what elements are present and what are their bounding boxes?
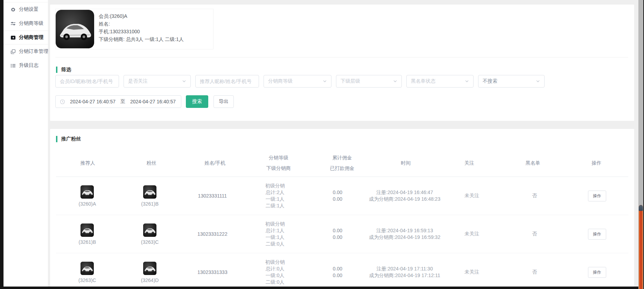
copy-icon — [10, 49, 16, 54]
blacklist-status: 否 — [532, 231, 537, 237]
row-action-button[interactable]: 操作 — [588, 191, 606, 201]
action-cell: 操作 — [566, 253, 628, 287]
level-name: 初级分销 — [265, 183, 285, 189]
gear-icon — [10, 7, 16, 12]
car-avatar — [143, 223, 156, 237]
car-avatar — [80, 223, 94, 237]
follow-cell: 未关注 — [441, 215, 503, 253]
level-total: 总计:1人 — [266, 227, 285, 234]
row-action-button[interactable]: 操作 — [588, 267, 606, 278]
member-avatar — [56, 9, 94, 49]
member-phone: 手机:13023331000 — [99, 28, 184, 35]
follow-status-placeholder: 是否关注 — [128, 78, 148, 84]
table-row: (3263)C (3264)D 13023331333 初级分销 总计:0人 一… — [56, 253, 628, 287]
col-time: 时间 — [374, 149, 438, 177]
section-accent-bar — [56, 67, 57, 73]
scrollbar-thumb[interactable] — [639, 205, 643, 289]
search-button[interactable]: 搜索 — [186, 95, 208, 108]
chevron-down-icon — [536, 79, 540, 83]
member-info: 会员:(3260)A 姓名: 手机:13023331000 下级分销商: 总共3… — [94, 9, 184, 49]
sidebar-item-label: 分销商管理 — [19, 34, 43, 41]
follow-cell: 未关注 — [441, 177, 503, 215]
commission-cell: 0.00 0.00 — [306, 215, 369, 253]
sublevel-select[interactable]: 下级层级 — [336, 75, 402, 88]
referrer-keyword-input[interactable] — [200, 78, 254, 84]
time-text: 注册:2024-04-19 16:59:13 成为分销商:2024-04-19 … — [369, 227, 441, 241]
car-avatar — [80, 185, 94, 199]
share-icon — [10, 35, 16, 40]
col-commission: 累计佣金 已打款佣金 — [310, 149, 374, 177]
action-cell: 操作 — [566, 215, 628, 253]
referrer-id: (3263)C — [78, 277, 96, 283]
chevron-down-icon — [393, 79, 397, 83]
follow-status: 未关注 — [464, 231, 479, 237]
car-avatar-icon — [80, 262, 94, 275]
phone-value: 13023331111 — [198, 193, 227, 199]
level-total: 总计:2人 — [266, 189, 285, 196]
fan-id: (3264)D — [141, 277, 159, 283]
referrer-cell: (3260)A — [56, 177, 119, 215]
col-level-line1: 分销等级 — [269, 152, 288, 163]
search-mode-select[interactable]: 不搜索 — [478, 75, 545, 88]
fan-cell: (3261)B — [119, 177, 181, 215]
export-button[interactable]: 导出 — [214, 95, 234, 108]
member-id: 会员:(3260)A — [99, 12, 184, 20]
commission-paid: 0.00 — [333, 196, 342, 202]
car-avatar-icon — [143, 185, 156, 199]
col-follow: 关注 — [438, 149, 501, 177]
commission-total: 0.00 — [333, 189, 342, 196]
car-avatar-icon — [80, 223, 94, 237]
phone-cell: 13023331333 — [181, 253, 244, 287]
follow-status: 未关注 — [464, 193, 479, 199]
sidebar-item-distribution-orders[interactable]: 分销订单管理 — [4, 44, 48, 59]
level-cell: 初级分销 总计:0人 一级:0人 二级:0人 — [244, 253, 306, 287]
car-avatar — [143, 262, 156, 275]
time-text: 注册:2024-04-19 16:46:47 成为分销商:2024-04-19 … — [369, 189, 441, 202]
col-level-line2: 下级分销商 — [266, 163, 291, 173]
sidebar-item-distributor-management[interactable]: 分销商管理 — [4, 30, 48, 44]
sublevel-placeholder: 下级层级 — [341, 78, 360, 84]
become-time: 成为分销商:2024-04-19 16:48:23 — [369, 196, 440, 202]
register-time: 注册:2024-04-19 17:11:30 — [377, 266, 433, 271]
fan-cell: (3264)D — [119, 253, 181, 287]
car-avatar — [80, 262, 94, 275]
phone-value: 13023331333 — [197, 269, 227, 275]
distributor-level-select[interactable]: 分销商等级 — [264, 75, 331, 88]
member-name: 姓名: — [99, 20, 184, 28]
time-cell: 注册:2024-04-19 16:46:47 成为分销商:2024-04-19 … — [369, 177, 441, 215]
member-keyword-input[interactable] — [60, 78, 114, 84]
become-time: 成为分销商:2024-04-19 16:59:32 — [369, 234, 440, 240]
commission-paid: 0.00 — [333, 234, 342, 241]
level-l1: 一级:1人 — [266, 234, 285, 241]
sidebar-item-label: 分销订单管理 — [19, 48, 48, 55]
row-action-button[interactable]: 操作 — [588, 229, 606, 240]
commission-total: 0.00 — [333, 227, 342, 234]
date-range-picker[interactable]: 2024-04-27 16:40:57 至 2024-04-27 16:40:5… — [55, 95, 181, 108]
fan-id: (3263)C — [141, 239, 159, 245]
clock-icon — [60, 99, 65, 104]
level-cell: 初级分销 总计:1人 一级:1人 二级:0人 — [244, 215, 306, 253]
chevron-down-icon — [182, 79, 186, 83]
car-avatar-icon — [143, 223, 156, 237]
follow-status-select[interactable]: 是否关注 — [124, 75, 191, 88]
blacklist-cell: 否 — [503, 215, 566, 253]
level-l2: 二级:0人 — [266, 241, 285, 247]
sidebar-item-upgrade-log[interactable]: 升级日志 — [4, 59, 48, 73]
level-l1: 一级:0人 — [266, 272, 285, 279]
sidebar-item-label: 分销设置 — [19, 6, 38, 13]
divider — [55, 57, 628, 57]
col-level: 分销等级 下级分销商 — [247, 149, 310, 177]
table-row: (3260)A (3261)B 13023331111 初级分销 总计:2人 一… — [56, 177, 628, 215]
sidebar-item-distributor-levels[interactable]: 分销商等级 — [4, 16, 48, 30]
filter-row: 是否关注 分销商等级 下级层级 黑名单状态 不搜索 — [55, 75, 545, 88]
level-total: 总计:0人 — [266, 266, 285, 272]
car-avatar — [143, 185, 156, 199]
table-body: (3260)A (3261)B 13023331111 初级分销 总计:2人 一… — [56, 177, 628, 287]
date-end: 2024-04-27 16:40:57 — [130, 99, 176, 104]
blacklist-status-select[interactable]: 黑名单状态 — [406, 75, 474, 88]
sidebar-item-label: 分销商等级 — [19, 20, 43, 27]
follow-cell: 未关注 — [441, 253, 503, 287]
col-name-phone: 姓名/手机 — [183, 149, 247, 177]
sidebar-item-distribution-settings[interactable]: 分销设置 — [4, 2, 48, 16]
sidebar: 分销设置 分销商等级 分销商管理 分销订单管理 升级日志 — [4, 0, 48, 287]
